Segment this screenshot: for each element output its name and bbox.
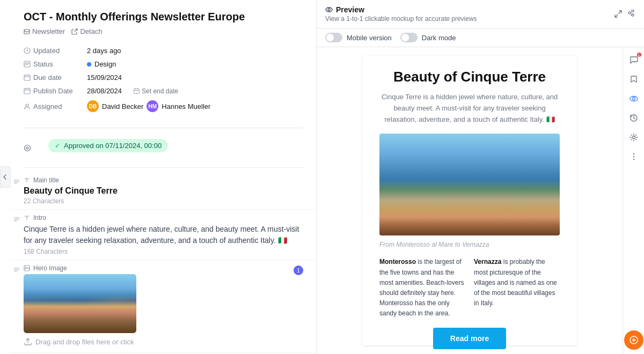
text-icon-2 (24, 215, 30, 221)
read-more-button[interactable]: Read more (433, 328, 506, 349)
add-field-icon[interactable] (13, 178, 20, 185)
comments-icon-sidebar[interactable]: 1 (625, 51, 642, 69)
collapse-button[interactable] (0, 166, 11, 188)
plugin-icon-sidebar[interactable] (624, 330, 643, 350)
eye-icon-preview (325, 6, 333, 13)
svg-point-7 (25, 145, 31, 151)
right-sidebar: 1 (623, 47, 644, 354)
status-icon (24, 61, 31, 68)
main-title-header: Main title (24, 176, 303, 184)
settings-icon-sidebar[interactable] (625, 129, 642, 146)
set-end-date-button[interactable]: Set end date (134, 87, 178, 95)
svg-point-8 (26, 147, 28, 149)
svg-rect-12 (14, 217, 19, 218)
newsletter-tag[interactable]: Newsletter (24, 27, 65, 35)
svg-rect-11 (14, 183, 17, 184)
email-two-col: Monterosso is the largest of the five to… (379, 257, 560, 319)
mobile-version-label: Mobile version (347, 34, 392, 42)
preview-title: Preview (325, 5, 477, 14)
svg-rect-9 (14, 180, 19, 181)
updated-value: 2 days ago (87, 47, 121, 55)
avatar-david: DB (87, 100, 99, 112)
check-icon: ✓ (55, 142, 61, 150)
field-divider-1 (24, 167, 303, 168)
updated-label: Updated (24, 47, 83, 55)
preview-content: Beauty of Cinque Terre Cinque Terre is a… (317, 47, 623, 354)
col1-text: is the largest of the five towns and has… (379, 258, 464, 317)
newsletter-icon (24, 28, 30, 35)
drag-drop-area[interactable]: Drag and drop files here or click (24, 337, 303, 346)
page-title: OCT - Monthly Offerings Newsletter Europ… (24, 11, 303, 23)
intro-value: Cinque Terre is a hidden jewel where nat… (24, 224, 303, 246)
due-date-value: 15/09/2024 (87, 73, 122, 82)
detach-tag[interactable]: Detach (71, 27, 102, 35)
add-field-icon-3[interactable] (13, 266, 20, 273)
hero-image-preview (24, 274, 136, 333)
eye-icon-sidebar[interactable] (625, 90, 642, 107)
share-icon[interactable] (627, 10, 635, 18)
clock-icon (24, 47, 31, 54)
svg-rect-4 (24, 88, 30, 94)
toggle-knob (326, 34, 334, 41)
svg-point-6 (26, 104, 28, 107)
status-value: Design (87, 60, 116, 68)
col1-bold: Monterosso (379, 258, 416, 266)
due-date-label: Due date (24, 73, 83, 82)
assigned-label: Assigned (24, 102, 83, 110)
eye-icon-approval (24, 144, 31, 152)
svg-rect-14 (14, 220, 17, 222)
text-icon (24, 177, 30, 183)
comment-count-badge: 1 (294, 266, 303, 275)
mobile-version-toggle[interactable] (325, 33, 342, 42)
svg-point-23 (632, 98, 635, 100)
status-dot (87, 62, 91, 67)
svg-point-27 (633, 156, 634, 157)
email-title: Beauty of Cinque Terre (379, 69, 560, 85)
svg-rect-0 (24, 30, 30, 34)
notification-dot: 1 (637, 53, 641, 57)
publish-date-label: Publish Date (24, 87, 83, 95)
person-icon (24, 103, 31, 110)
image-icon (24, 265, 30, 271)
more-icon-sidebar[interactable] (625, 148, 642, 165)
main-title-field: Main title Beauty of Cinque Terre 22 Cha… (11, 172, 316, 210)
preview-actions (614, 10, 635, 18)
svg-point-25 (632, 136, 635, 139)
add-field-icon-2[interactable] (13, 215, 20, 223)
main-title-chars: 22 Characters (24, 197, 303, 205)
calendar-icon (24, 74, 31, 81)
detach-icon (71, 28, 78, 35)
svg-point-28 (633, 159, 634, 160)
divider (24, 128, 303, 128)
email-col-1: Monterosso is the largest of the five to… (379, 257, 465, 319)
publish-date-value: 28/08/2024 Set end date (87, 87, 178, 95)
email-preview: Beauty of Cinque Terre Cinque Terre is a… (362, 56, 577, 345)
svg-rect-5 (134, 89, 140, 94)
history-icon-sidebar[interactable] (625, 109, 642, 127)
dark-toggle-knob (401, 34, 409, 41)
hero-image-header: Hero Image (24, 264, 303, 272)
mobile-version-toggle-group: Mobile version (325, 33, 392, 42)
svg-point-26 (633, 153, 634, 154)
hero-image-field: Hero Image 1 Drag and drop files here or… (11, 260, 316, 353)
dark-mode-label: Dark mode (422, 34, 456, 42)
expand-icon[interactable] (614, 10, 623, 18)
svg-rect-17 (14, 271, 17, 272)
email-cta: Read more (379, 328, 560, 354)
dark-mode-toggle[interactable] (400, 33, 418, 42)
intro-field: Intro Cinque Terre is a hidden jewel whe… (11, 210, 316, 260)
upload-icon (24, 337, 32, 346)
bookmark-icon-sidebar[interactable] (625, 71, 642, 88)
email-intro: Cinque Terre is a hidden jewel where nat… (379, 92, 560, 125)
approval-badge: ✓ Approved on 07/11/2024, 00:00 (48, 139, 168, 152)
publish-calendar-icon (24, 87, 31, 94)
dark-mode-toggle-group: Dark mode (400, 33, 456, 42)
svg-point-21 (328, 9, 330, 11)
main-title-value: Beauty of Cinque Terre (24, 186, 303, 196)
assignees: DB David Becker HM Hannes Mueller (87, 100, 210, 112)
svg-rect-16 (14, 269, 19, 270)
col2-bold: Vernazza (474, 258, 501, 266)
intro-chars: 168 Characters (24, 248, 303, 255)
status-label: Status (24, 60, 83, 68)
end-date-calendar-icon (134, 88, 140, 94)
